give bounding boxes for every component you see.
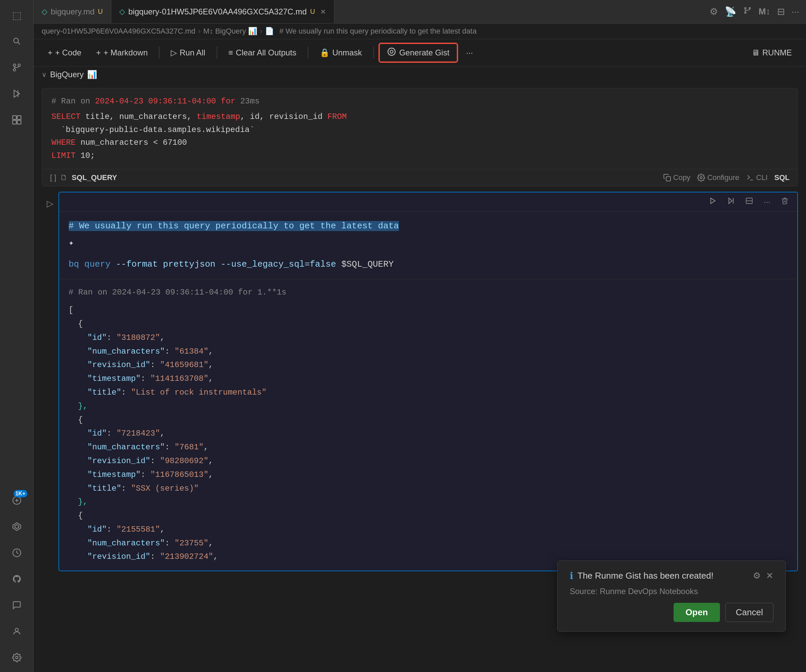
sql-run-info: # Ran on 2024-04-23 09:36:11-04:00 for 2… — [51, 95, 788, 108]
lock-icon: 🔒 — [320, 48, 330, 58]
add-code-button[interactable]: + + Code — [42, 45, 88, 60]
broadcast-icon[interactable]: 📡 — [725, 6, 737, 17]
svg-point-19 — [749, 7, 750, 9]
breadcrumb: query-01HW5JP6E6V0AA496GXC5A327C.md › M↕… — [34, 23, 806, 39]
run-cell-button[interactable]: ▷ — [47, 198, 53, 209]
tab-modified-1: U — [98, 8, 102, 15]
json-obj-1-close: }, — [69, 400, 788, 413]
run-debug-icon[interactable] — [5, 82, 28, 105]
activity-bar: ⬚ 1K+ — [0, 0, 34, 672]
split-cell-button[interactable] — [742, 195, 756, 209]
toast-gear-icon[interactable]: ⚙ — [753, 571, 761, 581]
chat-icon[interactable] — [5, 593, 28, 617]
clear-outputs-button[interactable]: ≡ Clear All Outputs — [223, 45, 302, 60]
svg-rect-10 — [12, 120, 16, 124]
layout-icon[interactable]: ⊟ — [777, 6, 785, 17]
svg-rect-8 — [12, 116, 16, 120]
plus-icon-2: + — [96, 48, 101, 58]
toolbar-sep-4 — [373, 47, 374, 59]
toast-source: Source: Runme DevOps Notebooks — [570, 587, 773, 596]
generate-gist-label: Generate Gist — [399, 48, 449, 58]
bash-cell-code: # We usually run this query periodically… — [59, 212, 797, 279]
delete-cell-button[interactable] — [778, 195, 792, 209]
run-all-label: Run All — [180, 48, 205, 58]
sql-cell-footer: [ ] 🗋 SQL_QUERY Copy — [42, 169, 798, 186]
json-obj-1-open: { — [69, 317, 788, 331]
copy-button[interactable]: Copy — [663, 173, 690, 182]
unmask-button[interactable]: 🔒 Unmask — [314, 45, 368, 60]
tab-modified-2: U — [310, 8, 315, 15]
toast-open-button[interactable]: Open — [674, 603, 720, 622]
svg-marker-6 — [14, 91, 19, 97]
svg-point-17 — [15, 657, 18, 659]
runme-label: RUNME — [762, 48, 792, 58]
extensions-icon[interactable] — [5, 108, 28, 132]
mode-icon[interactable]: M↕ — [759, 7, 770, 17]
runme-icon: 🖥 — [751, 48, 760, 58]
json-numchar-1: "num_characters": "61384", — [69, 345, 788, 359]
toast-close-button[interactable]: ✕ — [766, 571, 773, 581]
more-label: ··· — [466, 48, 473, 58]
deploy-icon[interactable] — [5, 515, 28, 539]
settings-icon[interactable] — [5, 646, 28, 669]
files-icon[interactable]: ⬚ — [5, 3, 28, 27]
sql-mode-button[interactable]: SQL — [775, 173, 789, 182]
bash-cell-output: # Ran on 2024-04-23 09:36:11-04:00 for 1… — [59, 279, 797, 571]
json-title-2: "title": "SSX (series)" — [69, 482, 788, 496]
json-obj-2-open: { — [69, 413, 788, 427]
source-control-icon[interactable] — [5, 56, 28, 79]
cli-label: CLI — [756, 173, 768, 182]
svg-point-20 — [745, 12, 746, 13]
search-icon[interactable] — [5, 30, 28, 53]
svg-point-2 — [13, 64, 15, 66]
branch-icon[interactable] — [743, 6, 752, 17]
svg-point-25 — [700, 177, 702, 179]
json-ts-1: "timestamp": "1141163708", — [69, 372, 788, 386]
breadcrumb-sep-2: › — [260, 27, 262, 36]
breadcrumb-bigquery: M↕ BigQuery 📊 — [203, 27, 257, 36]
notebook-toolbar: + + Code + + Markdown ▷ Run All ≡ Clear … — [34, 39, 806, 66]
clear-label: Clear All Outputs — [236, 48, 296, 58]
more-tabs-icon[interactable]: ··· — [791, 7, 799, 17]
svg-point-0 — [13, 38, 18, 43]
settings-gear-icon[interactable]: ⚙ — [710, 6, 718, 17]
sql-cell-actions: Copy Configure — [663, 173, 789, 182]
configure-button[interactable]: Configure — [697, 173, 739, 182]
json-id-1: "id": "3180872", — [69, 331, 788, 345]
cell-more-button[interactable]: ··· — [760, 195, 774, 209]
history-icon[interactable] — [5, 541, 28, 565]
toast-title-text: The Runme Gist has been created! — [578, 571, 714, 581]
sql-line-1: SELECT title, num_characters, timestamp,… — [51, 110, 788, 123]
json-obj-2-close: }, — [69, 495, 788, 509]
cli-button[interactable]: CLI — [746, 173, 768, 182]
svg-point-23 — [390, 50, 393, 53]
bash-cell-toolbar: ··· — [59, 193, 797, 212]
sql-line-4: LIMIT 10; — [51, 150, 788, 162]
tab-bar-actions: ⚙ 📡 M↕ ⊟ ··· — [710, 6, 806, 17]
plus-icon: + — [48, 48, 53, 58]
runme-badge-icon[interactable]: 1K+ — [5, 489, 28, 512]
tab-icon-1: ◇ — [42, 7, 47, 16]
copy-label: Copy — [673, 173, 690, 182]
toast-cancel-button[interactable]: Cancel — [725, 603, 773, 622]
runme-button[interactable]: 🖥 RUNME — [745, 45, 798, 60]
breadcrumb-heading: # We usually run this query periodically… — [279, 27, 477, 36]
breadcrumb-doc-icon: 📄 — [265, 27, 274, 36]
tab-close-button[interactable]: ✕ — [320, 8, 326, 16]
account-icon[interactable] — [5, 619, 28, 643]
gist-icon — [387, 47, 396, 58]
bash-command: bq query --format prettyjson --use_legac… — [69, 257, 788, 272]
run-next-button[interactable] — [724, 195, 738, 209]
add-markdown-button[interactable]: + + Markdown — [90, 45, 154, 60]
generate-gist-button[interactable]: Generate Gist — [379, 43, 458, 62]
bash-cell: ··· # We usually run this query periodic… — [58, 192, 798, 571]
github-icon[interactable] — [5, 567, 28, 591]
notification-toast: ℹ The Runme Gist has been created! ⚙ ✕ S… — [557, 560, 786, 632]
run-all-icon: ▷ — [171, 48, 177, 58]
run-info-line: # Ran on 2024-04-23 09:36:11-04:00 for 1… — [69, 286, 788, 300]
tab-bigquery-md[interactable]: ◇ bigquery.md U — [34, 0, 111, 23]
tab-bigquery-01[interactable]: ◇ bigquery-01HW5JP6E6V0AA496GXC5A327C.md… — [111, 0, 334, 23]
more-options-button[interactable]: ··· — [460, 45, 479, 60]
run-step-button[interactable] — [706, 195, 720, 209]
run-all-button[interactable]: ▷ Run All — [165, 45, 211, 60]
